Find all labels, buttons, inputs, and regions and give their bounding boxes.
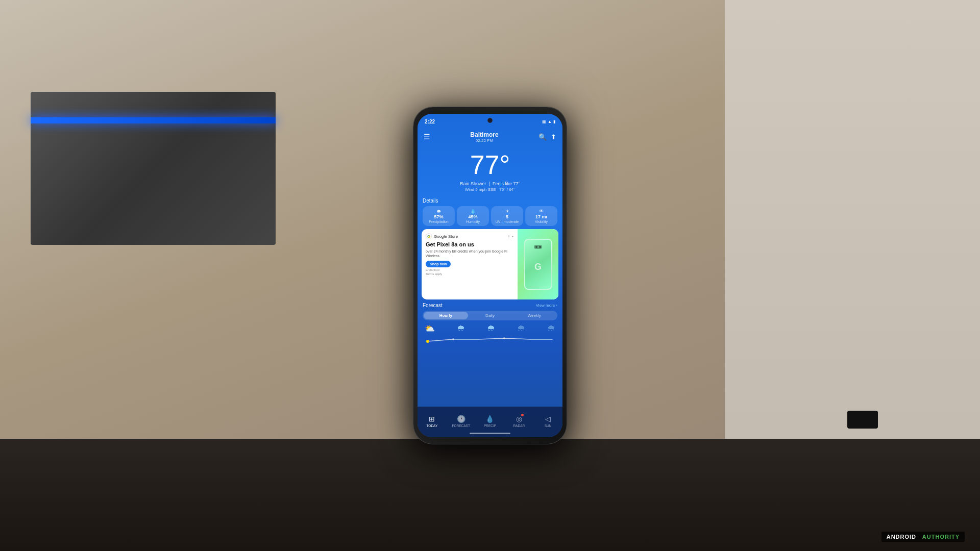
details-cards: 🌧 57% Precipitation 💧 45% Humidity ☀ 5 U… xyxy=(423,206,557,226)
today-label: TODAY xyxy=(427,424,438,428)
pixel-mockup: G xyxy=(524,239,552,290)
visibility-icon: 👁 xyxy=(539,209,544,214)
ad-options-icon[interactable]: ⋮ ▪ xyxy=(507,234,513,239)
share-icon[interactable]: ⬆ xyxy=(551,133,556,141)
header-actions: 🔍 ⬆ xyxy=(538,133,556,141)
view-more-link[interactable]: View more › xyxy=(536,303,557,308)
uv-value: 5 xyxy=(506,214,508,219)
tab-weekly[interactable]: Weekly xyxy=(512,312,556,319)
precipitation-icon: 🌧 xyxy=(436,209,441,214)
grid-icon: ▦ xyxy=(542,119,546,124)
ad-headline: Get Pixel 8a on us xyxy=(426,241,513,248)
pixel-camera xyxy=(534,245,542,249)
precipitation-card: 🌧 57% Precipitation xyxy=(423,206,455,226)
ad-ends: Ends 6/30 xyxy=(426,268,513,271)
status-icons: ▦ ▲ ▮ xyxy=(542,119,555,124)
google-g-mark: G xyxy=(534,262,542,272)
humidity-icon: 💧 xyxy=(470,209,476,214)
current-time: 02:22 PM xyxy=(470,138,498,143)
cloud-rain-icon-3: 🌧 xyxy=(487,323,495,333)
uv-label: UV - moderate xyxy=(496,220,519,223)
humidity-card: 💧 45% Humidity xyxy=(457,206,489,226)
precip-label: PRECIP xyxy=(484,424,496,428)
black-device xyxy=(847,411,878,429)
watermark-android: ANDROID xyxy=(887,534,916,540)
tab-daily[interactable]: Daily xyxy=(468,312,512,319)
camera-lens-2 xyxy=(539,246,541,248)
nav-radar[interactable]: ◎ RADAR xyxy=(504,415,533,430)
bottom-nav: ⊞ TODAY 🕐 FORECAST 💧 PRECIP ◎ RADAR ◁ SU… xyxy=(418,407,562,437)
blue-led-strip xyxy=(31,117,276,123)
status-time: 2:22 xyxy=(425,119,435,124)
watermark-authority: AUTHORITY xyxy=(922,534,960,540)
cloud-rain-icon-2: 🌧 xyxy=(457,323,465,333)
camera-lens-1 xyxy=(535,246,537,248)
visibility-card: 👁 17 mi Visibility xyxy=(525,206,557,226)
precip-icon: 💧 xyxy=(485,415,494,423)
wind-text: Wind 5 mph SSE xyxy=(465,187,496,192)
nav-forecast[interactable]: 🕐 FORECAST xyxy=(447,415,476,430)
svg-point-1 xyxy=(452,338,454,340)
forecast-section: Forecast View more › Hourly Daily Weekly… xyxy=(418,303,562,346)
watermark: ANDROID AUTHORITY xyxy=(881,532,965,542)
forecast-item-5: 🌧 xyxy=(547,323,555,333)
precipitation-label: Precipitation xyxy=(429,220,449,223)
forecast-item-4: 🌧 xyxy=(517,323,525,333)
city-name: Baltimore xyxy=(470,131,498,138)
camera-notch xyxy=(487,118,493,123)
home-indicator xyxy=(470,433,510,434)
svg-point-0 xyxy=(426,340,429,343)
forecast-tabs: Hourly Daily Weekly xyxy=(423,311,557,320)
forecast-title: Forecast xyxy=(423,303,443,308)
today-icon: ⊞ xyxy=(429,415,435,423)
temperature-display: 77° xyxy=(418,152,562,178)
cloud-dark-icon-2: 🌧 xyxy=(547,323,555,333)
wind-info: Wind 5 mph SSE 76° / 64° xyxy=(418,187,562,192)
ad-store-name: Google Store xyxy=(434,234,458,239)
forecast-item-1: ⛅ xyxy=(425,323,435,333)
ad-terms: Terms apply xyxy=(426,272,513,276)
details-label: Details xyxy=(423,198,557,204)
high-low-text: 76° / 64° xyxy=(499,187,515,192)
ad-body: over 24 monthly bill credits when you jo… xyxy=(426,249,513,258)
battery-icon: ▮ xyxy=(553,119,555,124)
weather-main: 77° Rain Shower | Feels like 77° Wind 5 … xyxy=(418,146,562,196)
ad-banner[interactable]: G Google Store ⋮ ▪ Get Pixel 8a on us ov… xyxy=(422,229,558,299)
kitchen-appliance xyxy=(31,92,276,245)
temp-chart-svg xyxy=(423,334,557,344)
kitchen-counter xyxy=(0,439,980,551)
forecast-icon: 🕐 xyxy=(457,415,465,423)
feels-like-text: Feels like 77° xyxy=(493,181,520,186)
phone-screen: 2:22 ▦ ▲ ▮ ☰ Baltimore 02:22 PM 🔍 ⬆ 77° … xyxy=(418,114,562,437)
menu-icon[interactable]: ☰ xyxy=(424,133,430,141)
nav-precip[interactable]: 💧 PRECIP xyxy=(476,415,505,430)
forecast-item-2: 🌧 xyxy=(457,323,465,333)
ad-content: G Google Store ⋮ ▪ Get Pixel 8a on us ov… xyxy=(422,229,518,299)
details-section: Details 🌧 57% Precipitation 💧 45% Humidi… xyxy=(418,196,562,229)
nav-sun[interactable]: ◁ SUN xyxy=(533,415,562,430)
ad-header: G Google Store ⋮ ▪ xyxy=(426,233,513,239)
cloud-rain-icon-1: ⛅ xyxy=(425,323,435,333)
google-logo: G xyxy=(426,233,432,239)
app-header: ☰ Baltimore 02:22 PM 🔍 ⬆ xyxy=(418,127,562,146)
cloud-dark-icon-1: 🌧 xyxy=(517,323,525,333)
wifi-icon: ▲ xyxy=(548,119,552,124)
nav-today[interactable]: ⊞ TODAY xyxy=(418,415,447,430)
search-icon[interactable]: 🔍 xyxy=(538,133,547,141)
radar-label: RADAR xyxy=(513,424,525,428)
visibility-value: 17 mi xyxy=(535,214,547,219)
temperature-line-chart xyxy=(423,334,557,344)
humidity-label: Humidity xyxy=(466,220,480,223)
sun-label: SUN xyxy=(545,424,552,428)
forecast-label: FORECAST xyxy=(452,424,470,428)
humidity-value: 45% xyxy=(468,214,477,219)
weather-description: Rain Shower | Feels like 77° xyxy=(418,181,562,186)
location-info: Baltimore 02:22 PM xyxy=(470,131,498,143)
condition-text: Rain Shower xyxy=(460,181,486,186)
phone-device: 2:22 ▦ ▲ ▮ ☰ Baltimore 02:22 PM 🔍 ⬆ 77° … xyxy=(413,107,567,444)
forecast-header: Forecast View more › xyxy=(423,303,557,308)
visibility-label: Visibility xyxy=(535,220,548,223)
ad-shop-button[interactable]: Shop now xyxy=(426,261,451,267)
sun-icon: ◁ xyxy=(545,415,551,423)
tab-hourly[interactable]: Hourly xyxy=(424,312,468,319)
